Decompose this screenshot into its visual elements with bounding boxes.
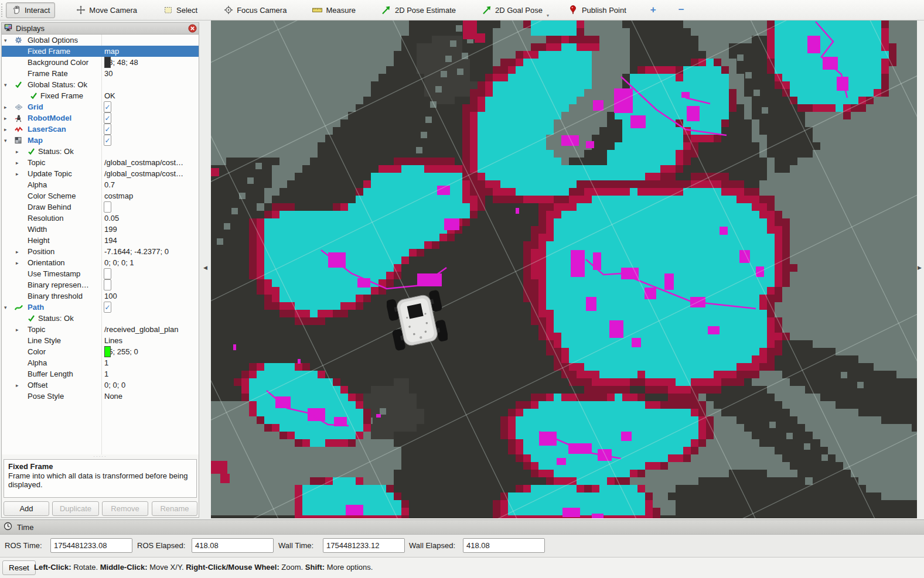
tree-row-buffer-length[interactable]: Buffer Length1 xyxy=(2,368,199,379)
collapse-arrow-icon[interactable]: ▾ xyxy=(4,80,7,91)
property-value[interactable]: 1 xyxy=(104,357,108,368)
tree-row-global-status-ok[interactable]: ▾Global Status: Ok xyxy=(2,79,199,90)
property-value[interactable]: map xyxy=(104,46,119,57)
property-value[interactable]: 1 xyxy=(104,368,108,379)
property-value[interactable]: 0; 0; 0; 1 xyxy=(104,257,134,268)
tool-2d-pose-estimate[interactable]: 2D Pose Estimate xyxy=(376,2,461,18)
tree-row-grid[interactable]: ▸Grid✓ xyxy=(2,101,199,112)
close-icon[interactable] xyxy=(188,24,197,33)
displays-panel-titlebar[interactable]: Displays xyxy=(2,23,199,35)
tree-row-height[interactable]: Height194 xyxy=(2,235,199,246)
reset-button[interactable]: Reset xyxy=(2,560,36,575)
toolbar-overflow-icon[interactable]: ▾ xyxy=(547,13,549,18)
tree-row-color[interactable]: Color25; 255; 0 xyxy=(2,346,199,357)
tree-row-laserscan[interactable]: ▸LaserScan✓ xyxy=(2,124,199,135)
toolbar-drag-handle[interactable] xyxy=(1,4,2,17)
expand-arrow-icon[interactable]: ▸ xyxy=(16,324,19,336)
property-value[interactable]: 48; 48; 48 xyxy=(104,57,138,68)
tool-move-camera[interactable]: Move Camera xyxy=(70,2,142,18)
expand-arrow-icon[interactable]: ▸ xyxy=(16,258,19,269)
expand-arrow-icon[interactable]: ▸ xyxy=(4,113,7,124)
property-value[interactable]: /global_costmap/cost… xyxy=(104,168,183,179)
duplicate-button[interactable]: Duplicate xyxy=(52,501,99,516)
rename-button[interactable]: Rename xyxy=(152,501,197,516)
zoom-out-button[interactable]: − xyxy=(675,4,688,16)
remove-button[interactable]: Remove xyxy=(102,501,148,516)
tree-row-binary-threshold[interactable]: Binary threshold100 xyxy=(2,290,199,302)
ros-elapsed-field[interactable] xyxy=(192,538,274,553)
tree-row-background-color[interactable]: Background Color48; 48; 48 xyxy=(2,57,199,68)
property-value[interactable]: 194 xyxy=(104,235,117,246)
property-value[interactable]: costmap xyxy=(104,190,133,201)
tree-row-use-timestamp[interactable]: Use Timestamp xyxy=(2,268,199,279)
checkbox[interactable] xyxy=(104,268,111,279)
tree-row-robotmodel[interactable]: ▸RobotModel✓ xyxy=(2,112,199,124)
tool-focus-camera[interactable]: Focus Camera xyxy=(218,2,292,18)
tree-row-alpha[interactable]: Alpha1 xyxy=(2,357,199,368)
property-value[interactable]: 100 xyxy=(104,290,117,302)
costmap-render[interactable] xyxy=(211,20,917,518)
tool-2d-goal-pose[interactable]: 2D Goal Pose xyxy=(476,2,548,18)
tool-measure[interactable]: Measure xyxy=(307,2,361,18)
tree-row-fixed-frame[interactable]: Fixed FrameOK xyxy=(2,90,199,101)
wall-elapsed-field[interactable] xyxy=(463,538,545,553)
collapse-left-panel-icon[interactable]: ◀ xyxy=(203,265,207,271)
ros-time-field[interactable] xyxy=(50,538,132,553)
tree-row-topic[interactable]: ▸Topic/received_global_plan xyxy=(2,324,199,335)
tree-row-pose-style[interactable]: Pose StyleNone xyxy=(2,391,199,402)
property-value[interactable]: 30 xyxy=(104,68,112,79)
checkbox[interactable]: ✓ xyxy=(104,112,111,124)
tree-row-offset[interactable]: ▸Offset0; 0; 0 xyxy=(2,379,199,391)
collapse-right-panel-icon[interactable]: ▶ xyxy=(918,265,922,271)
tree-row-binary-represen-[interactable]: Binary represen… xyxy=(2,279,199,290)
expand-arrow-icon[interactable]: ▸ xyxy=(4,124,7,135)
tree-row-path[interactable]: ▾Path✓ xyxy=(2,302,199,313)
collapse-arrow-icon[interactable]: ▾ xyxy=(4,35,7,46)
wall-time-field[interactable] xyxy=(323,538,405,553)
expand-arrow-icon[interactable]: ▸ xyxy=(16,158,19,169)
property-value[interactable]: 199 xyxy=(104,224,117,235)
tree-row-map[interactable]: ▾Map✓ xyxy=(2,135,199,146)
tool-interact[interactable]: Interact xyxy=(6,2,55,18)
checkbox[interactable]: ✓ xyxy=(104,101,111,112)
property-value[interactable]: 0; 0; 0 xyxy=(104,379,125,391)
collapse-arrow-icon[interactable]: ▾ xyxy=(4,302,7,313)
property-value[interactable]: Lines xyxy=(104,335,122,346)
time-panel-titlebar[interactable]: Time xyxy=(0,519,924,535)
property-value[interactable]: /received_global_plan xyxy=(104,324,178,335)
tree-row-width[interactable]: Width199 xyxy=(2,224,199,235)
tree-row-color-scheme[interactable]: Color Schemecostmap xyxy=(2,190,199,201)
tool-publish-point[interactable]: Publish Point xyxy=(563,2,632,18)
zoom-in-button[interactable]: + xyxy=(647,4,660,16)
property-value[interactable]: OK xyxy=(104,90,115,101)
tree-row-position[interactable]: ▸Position-7.1644; -4.2377; 0 xyxy=(2,246,199,257)
checkbox[interactable] xyxy=(104,201,111,213)
add-button[interactable]: Add xyxy=(4,501,49,516)
tree-row-status-ok[interactable]: Status: Ok xyxy=(2,313,199,324)
property-value[interactable]: /global_costmap/cost… xyxy=(104,157,183,168)
tree-row-orientation[interactable]: ▸Orientation0; 0; 0; 1 xyxy=(2,257,199,268)
tree-row-topic[interactable]: ▸Topic/global_costmap/cost… xyxy=(2,157,199,168)
tree-row-update-topic[interactable]: ▸Update Topic/global_costmap/cost… xyxy=(2,168,199,179)
tree-row-global-options[interactable]: ▾Global Options xyxy=(2,35,199,46)
expand-arrow-icon[interactable]: ▸ xyxy=(16,380,19,391)
tree-row-alpha[interactable]: Alpha0.7 xyxy=(2,179,199,190)
property-value[interactable]: 25; 255; 0 xyxy=(104,346,138,357)
tree-row-draw-behind[interactable]: Draw Behind xyxy=(2,201,199,213)
expand-arrow-icon[interactable]: ▸ xyxy=(16,146,19,158)
3d-viewport[interactable] xyxy=(211,20,917,518)
expand-arrow-icon[interactable]: ▸ xyxy=(4,102,7,113)
panel-splitter-handle[interactable]: ····· xyxy=(2,454,199,459)
property-value[interactable]: -7.1644; -4.2377; 0 xyxy=(104,246,169,257)
expand-arrow-icon[interactable]: ▸ xyxy=(16,247,19,258)
checkbox[interactable]: ✓ xyxy=(104,135,111,146)
checkbox[interactable] xyxy=(104,279,111,290)
property-value[interactable]: 0.05 xyxy=(104,213,119,224)
tree-row-resolution[interactable]: Resolution0.05 xyxy=(2,213,199,224)
collapse-arrow-icon[interactable]: ▾ xyxy=(4,135,7,146)
property-value[interactable]: None xyxy=(104,391,122,402)
tree-row-status-ok[interactable]: ▸Status: Ok xyxy=(2,146,199,157)
checkbox[interactable]: ✓ xyxy=(104,302,111,313)
tree-row-frame-rate[interactable]: Frame Rate30 xyxy=(2,68,199,79)
property-value[interactable]: 0.7 xyxy=(104,179,115,190)
